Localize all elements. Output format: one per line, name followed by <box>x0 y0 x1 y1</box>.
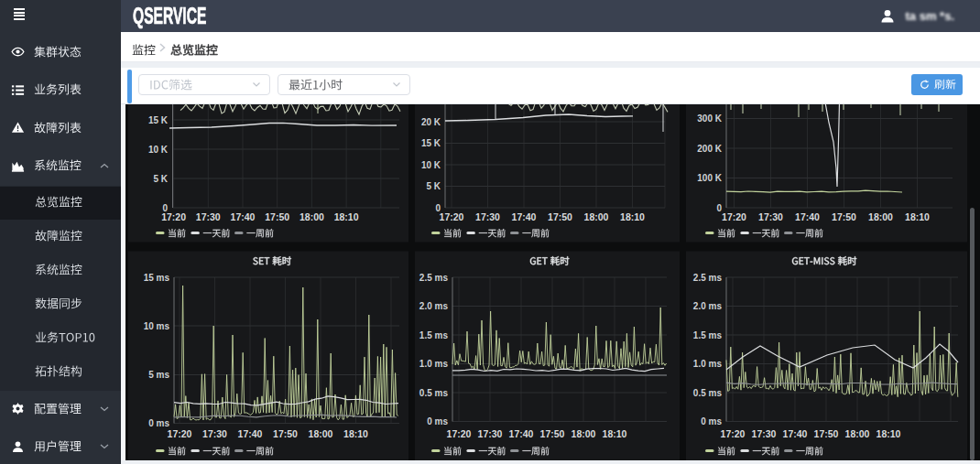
svg-text:1.5 ms: 1.5 ms <box>693 330 723 340</box>
svg-text:18:00: 18:00 <box>299 211 324 222</box>
svg-text:1.5 ms: 1.5 ms <box>419 330 449 340</box>
svg-text:2.5 ms: 2.5 ms <box>693 273 723 283</box>
svg-text:17:20: 17:20 <box>447 428 472 439</box>
svg-text:17:50: 17:50 <box>540 428 565 439</box>
svg-text:17:20: 17:20 <box>440 211 464 222</box>
svg-text:18:10: 18:10 <box>877 428 901 439</box>
svg-text:300 K: 300 K <box>697 113 722 124</box>
svg-text:5 ms: 5 ms <box>148 370 169 380</box>
svg-text:17:30: 17:30 <box>752 428 777 439</box>
svg-text:17:30: 17:30 <box>758 211 783 222</box>
svg-text:1.0 ms: 1.0 ms <box>419 359 449 369</box>
svg-text:0 ms: 0 ms <box>701 416 722 426</box>
svg-text:10 ms: 10 ms <box>144 321 170 331</box>
svg-text:0.5 ms: 0.5 ms <box>693 388 723 398</box>
svg-text:0 ms: 0 ms <box>148 418 169 428</box>
svg-text:15 K: 15 K <box>421 138 441 148</box>
svg-text:5 K: 5 K <box>153 174 168 184</box>
svg-text:10 K: 10 K <box>148 145 169 155</box>
svg-text:17:30: 17:30 <box>475 211 500 222</box>
svg-text:2.5 ms: 2.5 ms <box>419 273 449 283</box>
svg-text:18:00: 18:00 <box>845 428 870 439</box>
svg-text:18:10: 18:10 <box>905 211 930 222</box>
svg-text:17:40: 17:40 <box>795 211 820 222</box>
svg-text:5 K: 5 K <box>426 181 441 191</box>
svg-text:2.0 ms: 2.0 ms <box>419 301 449 311</box>
svg-text:2.0 ms: 2.0 ms <box>693 301 723 311</box>
svg-text:15 ms: 15 ms <box>144 273 170 283</box>
svg-text:17:40: 17:40 <box>509 428 534 439</box>
svg-text:17:50: 17:50 <box>548 211 572 222</box>
svg-text:100 K: 100 K <box>697 173 722 183</box>
svg-text:18:00: 18:00 <box>584 211 609 222</box>
svg-text:17:50: 17:50 <box>265 211 289 222</box>
svg-text:17:50: 17:50 <box>814 428 839 439</box>
svg-text:17:20: 17:20 <box>168 428 192 439</box>
svg-text:1.0 ms: 1.0 ms <box>693 359 723 369</box>
svg-text:17:20: 17:20 <box>161 211 186 222</box>
svg-text:17:40: 17:40 <box>783 428 808 439</box>
svg-text:17:30: 17:30 <box>196 211 221 222</box>
svg-text:15 K: 15 K <box>148 115 169 125</box>
svg-text:17:50: 17:50 <box>273 428 298 439</box>
svg-text:17:40: 17:40 <box>512 211 537 222</box>
svg-text:17:50: 17:50 <box>832 211 856 222</box>
svg-text:17:20: 17:20 <box>721 428 746 439</box>
svg-text:0 ms: 0 ms <box>427 416 448 426</box>
svg-text:0.5 ms: 0.5 ms <box>419 388 449 398</box>
svg-text:18:10: 18:10 <box>620 211 645 222</box>
svg-text:10 K: 10 K <box>421 160 441 170</box>
svg-text:18:10: 18:10 <box>603 428 627 439</box>
svg-text:17:40: 17:40 <box>231 211 256 222</box>
svg-text:18:10: 18:10 <box>334 211 359 222</box>
svg-text:18:00: 18:00 <box>868 211 893 222</box>
svg-text:18:00: 18:00 <box>572 428 596 439</box>
svg-text:20 K: 20 K <box>421 117 441 127</box>
svg-text:17:20: 17:20 <box>722 211 746 222</box>
svg-text:18:00: 18:00 <box>309 428 333 439</box>
svg-text:17:30: 17:30 <box>202 428 227 439</box>
svg-text:17:40: 17:40 <box>238 428 263 439</box>
svg-text:17:30: 17:30 <box>478 428 503 439</box>
svg-text:200 K: 200 K <box>697 144 722 154</box>
svg-text:18:10: 18:10 <box>343 428 368 439</box>
